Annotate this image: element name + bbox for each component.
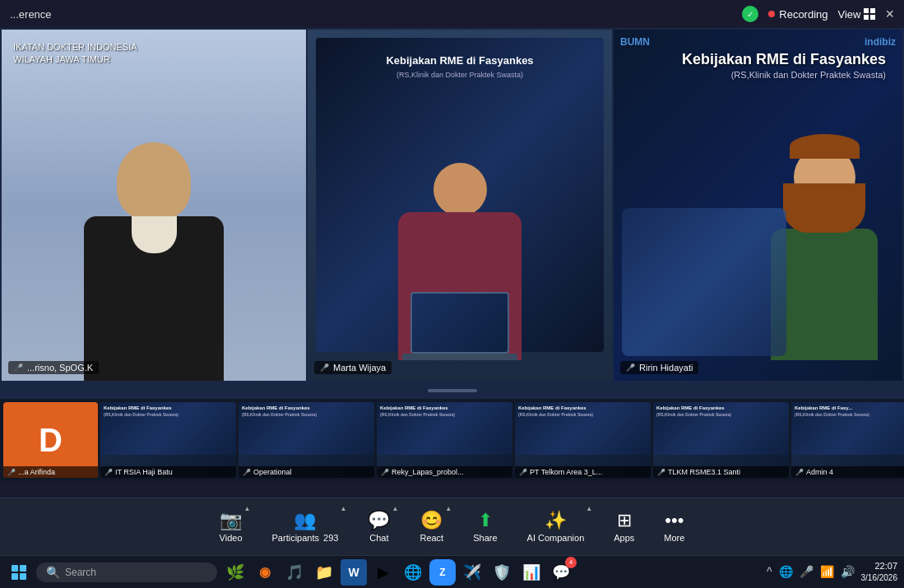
participant-tile-2[interactable]: Kebijakan RME di Fasyankes (RS,Klinik da… [377, 402, 512, 478]
participant-tile-1[interactable]: Kebijakan RME di Fasyankes (RS,Klinik da… [239, 402, 374, 478]
tile-5-name: Admin 4 [791, 466, 904, 478]
right-head [794, 146, 855, 208]
participant-tile-3[interactable]: Kebijakan RME di Fasyankes (RS,Klinik da… [515, 402, 651, 478]
spotify-app-icon[interactable]: 🎵 [281, 559, 308, 586]
telegram-app-icon[interactable]: ✈️ [459, 559, 485, 586]
title-right-controls: ✓ Recording View × [742, 6, 894, 23]
chat-caret[interactable]: ▲ [392, 505, 399, 512]
close-button[interactable]: × [885, 6, 894, 23]
participant-tile-4[interactable]: Kebijakan RME di Fasyankes (RS,Klinik da… [653, 402, 789, 478]
chevron-up-icon[interactable]: ^ [767, 565, 772, 578]
chat-label: Chat [369, 533, 388, 543]
building-image [622, 208, 786, 356]
participant-tile-self[interactable]: D ...a Arifinda [3, 402, 98, 478]
shield-icon: ✓ [742, 6, 758, 22]
participants-strip: D ...a Arifinda Kebijakan RME di Fasyank… [0, 399, 904, 481]
network-icon[interactable]: 🌐 [779, 565, 793, 578]
bumn-logo: BUMN [620, 36, 650, 48]
head-shape [117, 142, 191, 220]
shirt-collar [132, 216, 177, 253]
companion-icon: ✨ [545, 512, 567, 530]
hijab-bottom [783, 183, 865, 233]
video-icon: 📷 [220, 512, 242, 530]
tile-0-name: IT RSIA Haji Batu [100, 466, 236, 478]
volume-icon[interactable]: 🔊 [841, 565, 855, 578]
zoom-app-icon[interactable]: Z [429, 559, 456, 586]
participants-label: Participants 293 [272, 533, 339, 543]
more-icon: ••• [665, 512, 684, 530]
presenter-figure-right [771, 146, 878, 360]
avatar-letter: D [39, 422, 63, 459]
taskbar-search-box[interactable]: 🔍 Search [36, 563, 217, 582]
video-panel-left: IKATAN DOKTER INDONESIA WILAYAH JAWA TIM… [2, 30, 306, 381]
desk-area [402, 292, 517, 360]
taskbar-apps: 🌿 ◉ 🎵 📁 W ▶ 🌐 Z ✈️ 🛡️ 📊 💬 4 [222, 559, 762, 586]
files-app-icon[interactable]: 📁 [311, 559, 337, 586]
laptop-base [402, 354, 517, 360]
react-icon: 😊 [420, 512, 443, 530]
whatsapp-badge: 4 [565, 557, 577, 568]
tile-4-title: Kebijakan RME di Fasyankes (RS,Klinik da… [656, 405, 731, 417]
more-label: More [664, 533, 684, 543]
mid-slide-sub: (RS,Klinik dan Dokter Praktek Swasta) [396, 71, 523, 79]
video-label: Video [220, 533, 243, 543]
right-body [771, 229, 878, 360]
share-button[interactable]: ⬆ Share [458, 498, 512, 555]
mic-icon[interactable]: 🎤 [800, 565, 814, 578]
wifi-icon[interactable]: 📶 [820, 565, 834, 578]
widget-app-icon[interactable]: 🌿 [222, 559, 248, 586]
view-button[interactable]: View [838, 8, 876, 21]
companion-label: AI Companion [527, 533, 585, 543]
apps-button[interactable]: ⊞ Apps [599, 498, 649, 555]
react-label: React [420, 533, 443, 543]
share-label: Share [473, 533, 497, 543]
word-app-icon[interactable]: W [341, 559, 367, 586]
monitor-app-icon[interactable]: 📊 [518, 559, 545, 586]
mid-slide-title: Kebijakan RME di Fasyankes [386, 54, 533, 67]
scroll-indicator [428, 389, 477, 392]
recording-dot [768, 11, 775, 17]
video-panel-middle: Kebijakan RME di Fasyankes (RS,Klinik da… [308, 30, 612, 381]
participants-icon: 👥 [294, 512, 316, 530]
chrome-app-icon[interactable]: 🌐 [400, 559, 426, 586]
org-label: IKATAN DOKTER INDONESIA WILAYAH JAWA TIM… [13, 41, 137, 67]
tile-3-name: PT Telkom Area 3_L... [515, 466, 651, 478]
system-time: 22:07 3/16/2026 [861, 560, 898, 584]
companion-button[interactable]: ▲ ✨ AI Companion [512, 498, 600, 555]
more-button[interactable]: ••• More [649, 498, 699, 555]
scroll-divider [0, 382, 904, 399]
windows-taskbar: 🔍 Search 🌿 ◉ 🎵 📁 W ▶ 🌐 Z ✈️ 🛡️ 📊 💬 4 ^ 🌐… [0, 555, 904, 588]
participant-tile-0[interactable]: Kebijakan RME di Fasyankes (RS,Klinik da… [100, 402, 236, 478]
react-button[interactable]: ▲ 😊 React [405, 498, 458, 555]
video-panel-right: BUMN indibiz Kebijakan RME di Fasyankes … [614, 30, 902, 381]
participants-button[interactable]: ▲ 👥 Participants 293 [257, 498, 354, 555]
orange-app-icon[interactable]: ◉ [252, 559, 278, 586]
search-text: Search [65, 567, 96, 578]
time-display: 22:07 [861, 560, 898, 572]
presenter-figure-left [84, 142, 224, 381]
recording-label: Recording [779, 8, 828, 21]
companion-caret[interactable]: ▲ [586, 505, 592, 512]
participants-caret[interactable]: ▲ [341, 505, 347, 512]
apps-label: Apps [614, 533, 634, 543]
app-title: ...erence [10, 8, 52, 21]
video-panels: IKATAN DOKTER INDONESIA WILAYAH JAWA TIM… [0, 28, 904, 382]
main-content: IKATAN DOKTER INDONESIA WILAYAH JAWA TIM… [0, 28, 904, 481]
vpn-app-icon[interactable]: 🛡️ [489, 559, 515, 586]
tile-3-title: Kebijakan RME di Fasyankes (RS,Klinik da… [518, 405, 593, 417]
tile-1-name: Operational [239, 466, 374, 478]
participant-tile-5[interactable]: Kebijakan RME di Fasy... (RS,Klinik dan … [791, 402, 904, 478]
tile-1-title: Kebijakan RME di Fasyankes (RS,Klinik da… [242, 405, 317, 417]
video-caret[interactable]: ▲ [244, 505, 251, 512]
share-icon: ⬆ [478, 512, 493, 530]
stream-app-icon[interactable]: ▶ [370, 559, 396, 586]
presenter-name-right: Ririn Hidayati [620, 361, 698, 374]
org-region: WILAYAH JAWA TIMUR [13, 53, 137, 66]
chat-button[interactable]: ▲ 💬 Chat [353, 498, 405, 555]
grid-icon [864, 8, 875, 20]
react-caret[interactable]: ▲ [445, 505, 452, 512]
taskbar-system-tray: ^ 🌐 🎤 📶 🔊 22:07 3/16/2026 [767, 560, 897, 584]
video-button[interactable]: ▲ 📷 Video [205, 498, 257, 555]
laptop-screen [410, 292, 509, 354]
windows-start-button[interactable] [7, 560, 31, 585]
